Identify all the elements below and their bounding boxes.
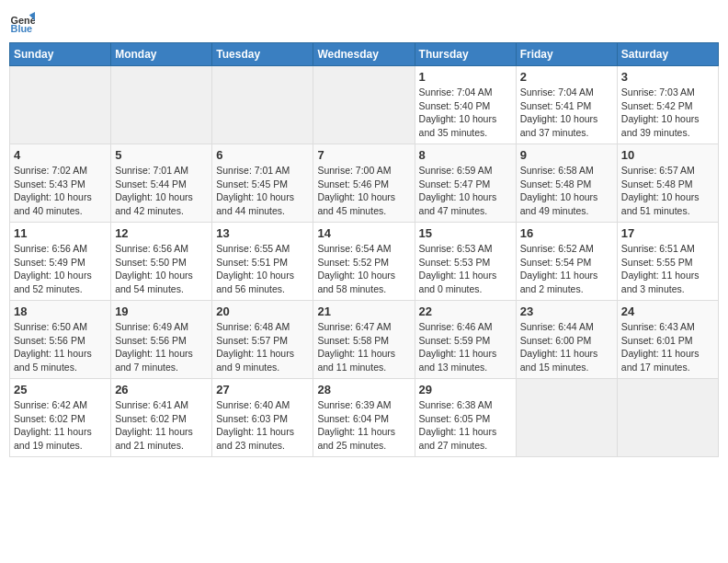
day-number: 13 bbox=[216, 226, 309, 240]
calendar-cell: 11Sunrise: 6:56 AM Sunset: 5:49 PM Dayli… bbox=[10, 223, 111, 301]
week-row-3: 11Sunrise: 6:56 AM Sunset: 5:49 PM Dayli… bbox=[10, 223, 719, 301]
calendar-cell: 10Sunrise: 6:57 AM Sunset: 5:48 PM Dayli… bbox=[617, 144, 718, 223]
calendar-cell: 3Sunrise: 7:03 AM Sunset: 5:42 PM Daylig… bbox=[617, 66, 718, 144]
week-row-5: 25Sunrise: 6:42 AM Sunset: 6:02 PM Dayli… bbox=[10, 379, 719, 457]
day-number: 24 bbox=[621, 304, 714, 318]
day-info: Sunrise: 6:58 AM Sunset: 5:48 PM Dayligh… bbox=[520, 164, 613, 218]
header-cell-thursday: Thursday bbox=[415, 43, 516, 66]
calendar-cell: 13Sunrise: 6:55 AM Sunset: 5:51 PM Dayli… bbox=[212, 223, 313, 301]
calendar-cell: 2Sunrise: 7:04 AM Sunset: 5:41 PM Daylig… bbox=[516, 66, 617, 144]
day-info: Sunrise: 6:57 AM Sunset: 5:48 PM Dayligh… bbox=[621, 164, 714, 218]
calendar-cell: 7Sunrise: 7:00 AM Sunset: 5:46 PM Daylig… bbox=[313, 144, 415, 223]
calendar-cell: 14Sunrise: 6:54 AM Sunset: 5:52 PM Dayli… bbox=[313, 223, 415, 301]
calendar-cell: 19Sunrise: 6:49 AM Sunset: 5:56 PM Dayli… bbox=[111, 301, 212, 379]
day-number: 19 bbox=[115, 304, 208, 318]
calendar-cell bbox=[212, 66, 313, 144]
day-info: Sunrise: 6:46 AM Sunset: 5:59 PM Dayligh… bbox=[419, 320, 512, 374]
day-info: Sunrise: 6:47 AM Sunset: 5:58 PM Dayligh… bbox=[317, 320, 410, 374]
week-row-1: 1Sunrise: 7:04 AM Sunset: 5:40 PM Daylig… bbox=[10, 66, 719, 144]
calendar-cell: 22Sunrise: 6:46 AM Sunset: 5:59 PM Dayli… bbox=[415, 301, 516, 379]
day-number: 22 bbox=[419, 304, 512, 318]
day-number: 8 bbox=[419, 148, 512, 162]
day-number: 15 bbox=[419, 226, 512, 240]
day-number: 7 bbox=[317, 148, 410, 162]
day-number: 1 bbox=[419, 70, 512, 84]
calendar-cell: 25Sunrise: 6:42 AM Sunset: 6:02 PM Dayli… bbox=[10, 379, 111, 457]
calendar-cell: 21Sunrise: 6:47 AM Sunset: 5:58 PM Dayli… bbox=[313, 301, 415, 379]
day-info: Sunrise: 6:41 AM Sunset: 6:02 PM Dayligh… bbox=[115, 398, 208, 453]
day-info: Sunrise: 6:50 AM Sunset: 5:56 PM Dayligh… bbox=[14, 320, 107, 374]
calendar-cell: 29Sunrise: 6:38 AM Sunset: 6:05 PM Dayli… bbox=[415, 379, 516, 457]
page-header: General Blue bbox=[9, 9, 719, 35]
calendar-cell: 17Sunrise: 6:51 AM Sunset: 5:55 PM Dayli… bbox=[617, 223, 718, 301]
day-number: 17 bbox=[621, 226, 714, 240]
calendar-cell: 8Sunrise: 6:59 AM Sunset: 5:47 PM Daylig… bbox=[415, 144, 516, 223]
day-number: 11 bbox=[14, 226, 107, 240]
day-number: 21 bbox=[317, 304, 410, 318]
calendar-cell: 16Sunrise: 6:52 AM Sunset: 5:54 PM Dayli… bbox=[516, 223, 617, 301]
day-info: Sunrise: 6:38 AM Sunset: 6:05 PM Dayligh… bbox=[419, 398, 512, 453]
day-info: Sunrise: 6:53 AM Sunset: 5:53 PM Dayligh… bbox=[419, 242, 512, 296]
calendar-cell: 15Sunrise: 6:53 AM Sunset: 5:53 PM Dayli… bbox=[415, 223, 516, 301]
header-cell-wednesday: Wednesday bbox=[313, 43, 415, 66]
calendar-cell: 4Sunrise: 7:02 AM Sunset: 5:43 PM Daylig… bbox=[10, 144, 111, 223]
logo: General Blue bbox=[9, 9, 39, 35]
day-number: 23 bbox=[520, 304, 613, 318]
day-info: Sunrise: 6:55 AM Sunset: 5:51 PM Dayligh… bbox=[216, 242, 309, 296]
day-info: Sunrise: 7:04 AM Sunset: 5:40 PM Dayligh… bbox=[419, 86, 512, 140]
header-cell-friday: Friday bbox=[516, 43, 617, 66]
day-number: 10 bbox=[621, 148, 714, 162]
header-row: SundayMondayTuesdayWednesdayThursdayFrid… bbox=[10, 43, 719, 66]
day-number: 27 bbox=[216, 383, 309, 396]
calendar-cell bbox=[10, 66, 111, 144]
day-number: 16 bbox=[520, 226, 613, 240]
day-info: Sunrise: 6:51 AM Sunset: 5:55 PM Dayligh… bbox=[621, 242, 714, 296]
logo-icon: General Blue bbox=[9, 9, 35, 35]
calendar-cell: 1Sunrise: 7:04 AM Sunset: 5:40 PM Daylig… bbox=[415, 66, 516, 144]
calendar-cell: 12Sunrise: 6:56 AM Sunset: 5:50 PM Dayli… bbox=[111, 223, 212, 301]
header-cell-saturday: Saturday bbox=[617, 43, 718, 66]
calendar-cell: 20Sunrise: 6:48 AM Sunset: 5:57 PM Dayli… bbox=[212, 301, 313, 379]
day-info: Sunrise: 6:48 AM Sunset: 5:57 PM Dayligh… bbox=[216, 320, 309, 374]
svg-text:Blue: Blue bbox=[11, 23, 33, 34]
day-number: 28 bbox=[317, 383, 410, 396]
day-info: Sunrise: 7:02 AM Sunset: 5:43 PM Dayligh… bbox=[14, 164, 107, 218]
calendar-cell bbox=[313, 66, 415, 144]
header-cell-sunday: Sunday bbox=[10, 43, 111, 66]
header-cell-tuesday: Tuesday bbox=[212, 43, 313, 66]
day-info: Sunrise: 6:52 AM Sunset: 5:54 PM Dayligh… bbox=[520, 242, 613, 296]
calendar-cell: 9Sunrise: 6:58 AM Sunset: 5:48 PM Daylig… bbox=[516, 144, 617, 223]
calendar-cell bbox=[111, 66, 212, 144]
day-number: 9 bbox=[520, 148, 613, 162]
calendar-cell: 26Sunrise: 6:41 AM Sunset: 6:02 PM Dayli… bbox=[111, 379, 212, 457]
day-info: Sunrise: 6:56 AM Sunset: 5:49 PM Dayligh… bbox=[14, 242, 107, 296]
calendar-cell: 5Sunrise: 7:01 AM Sunset: 5:44 PM Daylig… bbox=[111, 144, 212, 223]
day-info: Sunrise: 7:01 AM Sunset: 5:45 PM Dayligh… bbox=[216, 164, 309, 218]
calendar-cell: 24Sunrise: 6:43 AM Sunset: 6:01 PM Dayli… bbox=[617, 301, 718, 379]
day-number: 4 bbox=[14, 148, 107, 162]
calendar-cell: 18Sunrise: 6:50 AM Sunset: 5:56 PM Dayli… bbox=[10, 301, 111, 379]
day-number: 18 bbox=[14, 304, 107, 318]
day-info: Sunrise: 6:59 AM Sunset: 5:47 PM Dayligh… bbox=[419, 164, 512, 218]
calendar-table: SundayMondayTuesdayWednesdayThursdayFrid… bbox=[9, 42, 719, 457]
calendar-cell: 23Sunrise: 6:44 AM Sunset: 6:00 PM Dayli… bbox=[516, 301, 617, 379]
day-number: 29 bbox=[419, 383, 512, 396]
day-info: Sunrise: 6:49 AM Sunset: 5:56 PM Dayligh… bbox=[115, 320, 208, 374]
calendar-cell: 6Sunrise: 7:01 AM Sunset: 5:45 PM Daylig… bbox=[212, 144, 313, 223]
day-info: Sunrise: 6:43 AM Sunset: 6:01 PM Dayligh… bbox=[621, 320, 714, 374]
day-number: 14 bbox=[317, 226, 410, 240]
day-info: Sunrise: 7:03 AM Sunset: 5:42 PM Dayligh… bbox=[621, 86, 714, 140]
calendar-cell: 27Sunrise: 6:40 AM Sunset: 6:03 PM Dayli… bbox=[212, 379, 313, 457]
day-number: 6 bbox=[216, 148, 309, 162]
day-info: Sunrise: 6:40 AM Sunset: 6:03 PM Dayligh… bbox=[216, 398, 309, 453]
day-info: Sunrise: 6:54 AM Sunset: 5:52 PM Dayligh… bbox=[317, 242, 410, 296]
day-number: 2 bbox=[520, 70, 613, 84]
day-number: 3 bbox=[621, 70, 714, 84]
day-info: Sunrise: 6:56 AM Sunset: 5:50 PM Dayligh… bbox=[115, 242, 208, 296]
day-number: 12 bbox=[115, 226, 208, 240]
calendar-header: SundayMondayTuesdayWednesdayThursdayFrid… bbox=[10, 43, 719, 66]
header-cell-monday: Monday bbox=[111, 43, 212, 66]
day-info: Sunrise: 6:39 AM Sunset: 6:04 PM Dayligh… bbox=[317, 398, 410, 453]
calendar-cell bbox=[617, 379, 718, 457]
week-row-2: 4Sunrise: 7:02 AM Sunset: 5:43 PM Daylig… bbox=[10, 144, 719, 223]
